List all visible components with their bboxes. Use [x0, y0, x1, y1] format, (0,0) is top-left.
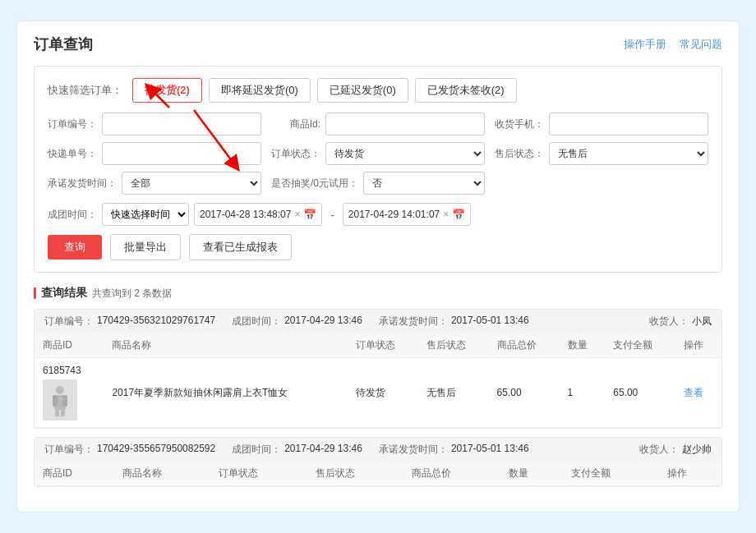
order-no-val-2: 170429-355657950082592: [97, 443, 215, 457]
results-title: 查询结果: [41, 286, 87, 301]
order-table-1: 商品ID 商品名称 订单状态 售后状态 商品总价 数量 支付全额 操作: [35, 333, 721, 428]
svg-rect-8: [55, 410, 59, 416]
filter-btn-pending-count: (2): [177, 84, 190, 96]
date-start-clear-icon[interactable]: ×: [294, 209, 300, 220]
cell-order-status: 待发货: [348, 358, 418, 428]
receiver-2: 收货人： 赵少帅: [639, 443, 712, 457]
promo-select[interactable]: 否: [363, 172, 485, 195]
col-order-status-1: 订单状态: [348, 333, 418, 358]
svg-rect-6: [53, 395, 58, 407]
col-qty-1: 数量: [560, 333, 606, 358]
order-no-label-1: 订单编号：: [44, 315, 94, 329]
delivery-time-label-1: 承诺发货时间：: [379, 315, 448, 329]
quick-filter-row: 快速筛选订单： 待发货(2) 即将延迟发货(0) 已延迟发货(0) 已发货未签收…: [48, 78, 708, 103]
col-paid-2: 支付全额: [563, 462, 659, 486]
order-info-row-1: 订单编号： 170429-356321029761747 成团时间： 2017-…: [35, 310, 721, 333]
filter-btn-soon-late[interactable]: 即将延迟发货(0): [209, 78, 311, 103]
svg-rect-7: [62, 395, 67, 407]
report-button[interactable]: 查看已生成报表: [189, 234, 292, 260]
export-button[interactable]: 批量导出: [110, 234, 181, 260]
cell-total-price: 65.00: [489, 358, 560, 428]
col-product-name-1: 商品名称: [104, 333, 347, 358]
filter-btn-unsigned[interactable]: 已发货未签收(2): [415, 78, 517, 103]
order-no-1: 订单编号： 170429-356321029761747: [44, 315, 215, 329]
order-no-label-2: 订单编号：: [44, 443, 94, 457]
delivery-time-select[interactable]: 全部: [122, 172, 261, 195]
order-no-input[interactable]: [102, 113, 261, 136]
col-total-price-1: 商品总价: [489, 333, 560, 358]
order-table-2: 商品ID 商品名称 订单状态 售后状态 商品总价 数量 支付全额 操作: [35, 462, 721, 486]
cell-after-sale: 无售后: [418, 358, 489, 428]
filter-btn-pending[interactable]: 待发货(2): [132, 78, 202, 103]
delivery-time-2: 承诺发货时间： 2017-05-01 13:46: [379, 443, 529, 457]
delivery-time-val-1: 2017-05-01 13:46: [451, 315, 529, 329]
cell-quantity: 1: [560, 358, 606, 428]
receiver-label-2: 收货人：: [639, 443, 679, 457]
main-container: 订单查询 操作手册 常见问题 快速筛选订单： 待发货(2) 即将延迟发货(0) …: [16, 21, 740, 512]
cell-product-id: 6185743: [35, 358, 104, 428]
promo-label: 是否抽奖/0元试用：: [271, 177, 358, 191]
express-no-label: 快递单号：: [48, 147, 97, 161]
filter-btn-late[interactable]: 已延迟发货(0): [317, 78, 408, 103]
form-grid: 订单编号： 商品Id: 收货手机： 快递单号： 订单状态： 待发货: [48, 113, 708, 195]
order-status-row: 订单状态： 待发货: [271, 142, 485, 165]
receiver-val-1: 小凤: [692, 315, 712, 329]
table-row: 6185743: [35, 358, 721, 428]
group-time-val-2: 2017-04-29 13:46: [284, 443, 362, 457]
cell-paid-amount: 65.00: [605, 358, 675, 428]
date-start-value: 2017-04-28 13:48:07: [200, 209, 291, 220]
faq-link[interactable]: 常见问题: [680, 37, 722, 52]
date-separator: -: [327, 209, 337, 221]
order-block-1: 订单编号： 170429-356321029761747 成团时间： 2017-…: [34, 309, 722, 429]
results-header: 查询结果 共查询到 2 条数据: [34, 286, 722, 301]
svg-point-4: [56, 386, 64, 394]
receiver-phone-input[interactable]: [549, 113, 708, 136]
order-no-row: 订单编号：: [48, 113, 261, 136]
receiver-val-2: 赵少帅: [682, 443, 712, 457]
product-id-row: 商品Id:: [271, 113, 485, 136]
receiver-phone-label: 收货手机：: [495, 117, 544, 131]
order-no-label: 订单编号：: [48, 117, 97, 131]
date-end-calendar-icon[interactable]: 📅: [452, 209, 465, 221]
product-id-cell: 6185743: [43, 365, 95, 420]
date-end-clear-icon[interactable]: ×: [443, 209, 449, 220]
date-start-wrap: 2017-04-28 13:48:07 × 📅: [194, 203, 322, 226]
group-time-label: 成团时间：: [48, 208, 97, 222]
view-link-1[interactable]: 查看: [684, 387, 703, 398]
col-action-1: 操作: [675, 333, 721, 358]
col-order-status-2: 订单状态: [210, 462, 307, 486]
date-end-value: 2017-04-29 14:01:07: [348, 209, 440, 220]
manual-link[interactable]: 操作手册: [624, 37, 666, 52]
col-after-sale-1: 售后状态: [418, 333, 489, 358]
product-id-input[interactable]: [325, 113, 485, 136]
date-row: 成团时间： 快速选择时间 2017-04-28 13:48:07 × 📅 - 2…: [48, 203, 708, 226]
delivery-time-label: 承诺发货时间：: [48, 177, 117, 191]
cell-product-name: 2017年夏季新款短抽休闲露肩上衣T恤女: [104, 358, 347, 428]
order-no-2: 订单编号： 170429-355657950082592: [44, 443, 215, 457]
col-product-id-2: 商品ID: [35, 462, 114, 486]
col-qty-2: 数量: [500, 462, 563, 486]
query-button[interactable]: 查询: [48, 235, 102, 260]
group-time-select[interactable]: 快速选择时间: [102, 203, 189, 226]
order-info-row-2: 订单编号： 170429-355657950082592 成团时间： 2017-…: [35, 438, 721, 462]
quick-filter-label: 快速筛选订单：: [48, 83, 122, 98]
after-sale-label: 售后状态：: [495, 147, 544, 161]
date-start-calendar-icon[interactable]: 📅: [303, 209, 316, 221]
delivery-time-label-2: 承诺发货时间：: [379, 443, 448, 457]
svg-rect-9: [61, 410, 65, 416]
express-no-input[interactable]: [102, 142, 261, 165]
delivery-time-1: 承诺发货时间： 2017-05-01 13:46: [379, 315, 529, 329]
col-action-2: 操作: [659, 462, 721, 486]
header-row: 订单查询 操作手册 常见问题: [34, 34, 722, 54]
delivery-time-row: 承诺发货时间： 全部: [48, 172, 261, 195]
col-product-id-1: 商品ID: [35, 333, 104, 358]
col-paid-1: 支付全额: [605, 333, 675, 358]
delivery-time-val-2: 2017-05-01 13:46: [451, 443, 529, 457]
after-sale-select[interactable]: 无售后: [549, 142, 708, 165]
order-status-label: 订单状态：: [271, 147, 320, 161]
order-status-select[interactable]: 待发货: [325, 142, 485, 165]
results-count: 共查询到 2 条数据: [92, 287, 172, 301]
group-time-1: 成团时间： 2017-04-29 13:46: [232, 315, 362, 329]
filter-section: 快速筛选订单： 待发货(2) 即将延迟发货(0) 已延迟发货(0) 已发货未签收…: [34, 66, 722, 273]
cell-action: 查看: [675, 358, 721, 428]
